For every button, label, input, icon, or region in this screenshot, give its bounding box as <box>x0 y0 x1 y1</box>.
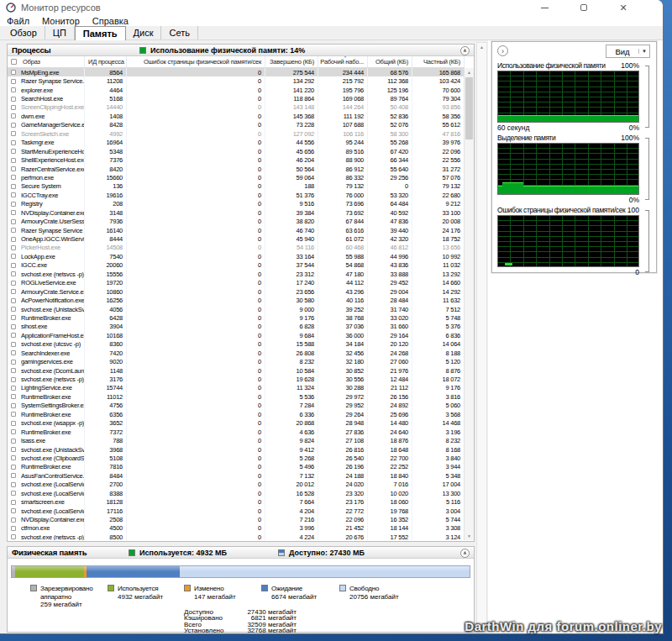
row-checkbox[interactable] <box>11 360 16 365</box>
table-row[interactable]: svchost.exe (DcomLaunch -p)1148010 58430… <box>8 366 465 375</box>
menu-item-Справка[interactable]: Справка <box>92 16 129 26</box>
table-row[interactable]: RazerCentralService.exe8420050 56486 912… <box>8 165 465 173</box>
table-scrollbar[interactable]: ▲ ▼ <box>464 68 474 540</box>
row-checkbox[interactable] <box>11 123 16 128</box>
table-row[interactable]: svchost.exe (LocalServiceNet...2700020 0… <box>8 481 465 489</box>
row-checkbox[interactable] <box>11 508 16 513</box>
row-checkbox[interactable] <box>11 465 16 470</box>
table-row[interactable]: Secure System136018879 132079 132 <box>8 182 465 191</box>
table-row[interactable]: smartscreen.exe1812807 66423 17618 0605 … <box>8 497 465 506</box>
row-checkbox[interactable] <box>11 105 16 110</box>
row-checkbox[interactable] <box>11 307 16 312</box>
row-checkbox[interactable] <box>11 79 16 84</box>
table-row[interactable]: svchost.exe (LocalServiceNo...8388016 52… <box>8 489 465 497</box>
menu-item-Монитор[interactable]: Монитор <box>42 16 80 26</box>
table-row[interactable]: ScreenClippingHost.exe144400143 148144 2… <box>8 103 465 112</box>
row-checkbox[interactable] <box>11 394 16 399</box>
table-row[interactable]: Registry20809 51673 69664 4849 212 <box>8 200 465 208</box>
table-row[interactable]: GameManagerService.exe8428073 228107 688… <box>8 121 465 129</box>
row-checkbox[interactable] <box>11 447 16 452</box>
close-button[interactable]: ✕ <box>617 2 629 13</box>
table-row[interactable]: sihost.exe390406 82837 03631 6605 376 <box>8 323 465 331</box>
table-row[interactable]: ShellExperienceHost.exe7376046 20488 900… <box>8 155 465 164</box>
table-row[interactable]: dwm.exe14080145 368111 19252 83658 356 <box>8 112 465 120</box>
tab-Обзор[interactable]: Обзор <box>3 26 45 39</box>
table-row[interactable]: AcPowerNotification.exe16256030 58040 11… <box>8 296 465 304</box>
column-header-5[interactable]: Рабочий набо...▼ <box>318 56 368 67</box>
tab-ЦП[interactable]: ЦП <box>45 26 75 39</box>
row-checkbox[interactable] <box>11 473 16 478</box>
table-row[interactable]: svchost.exe (UnistackSvcGro...396809 412… <box>8 445 465 454</box>
row-checkbox[interactable] <box>11 70 16 75</box>
row-checkbox[interactable] <box>11 149 16 154</box>
row-checkbox[interactable] <box>11 210 16 215</box>
processes-header[interactable]: Процессы Использование физической памяти… <box>8 45 474 56</box>
column-header-7[interactable]: Частный (КБ) <box>412 56 465 67</box>
menu-item-Файл[interactable]: Файл <box>7 16 29 26</box>
row-checkbox[interactable] <box>11 350 16 355</box>
view-button[interactable]: Вид ▼ <box>606 45 650 58</box>
scroll-down-icon[interactable]: ▼ <box>465 532 474 540</box>
scroll-up-icon[interactable]: ▲ <box>465 68 474 76</box>
table-row[interactable]: svchost.exe (LocalService -p)1711604 204… <box>8 507 465 515</box>
table-row[interactable]: StartMenuExperienceHost.exe5348045 65689… <box>8 147 465 155</box>
row-checkbox[interactable] <box>11 219 16 224</box>
row-checkbox[interactable] <box>11 342 16 347</box>
row-checkbox[interactable] <box>11 386 16 391</box>
row-checkbox[interactable] <box>11 271 16 276</box>
content-scroll-up-icon[interactable]: ▲ <box>477 43 486 51</box>
row-checkbox[interactable] <box>11 166 16 171</box>
table-row[interactable]: LightingService.exe15744011 32430 28821 … <box>8 384 465 392</box>
table-row[interactable]: RuntimeBroker.exe642809 17638 76833 0205… <box>8 313 465 322</box>
table-row[interactable]: PickerHost.exe14508054 11660 46846 81213… <box>8 244 465 252</box>
collapse-processes-button[interactable]: ∧ <box>460 46 470 55</box>
row-checkbox[interactable] <box>11 421 16 426</box>
tab-Память[interactable]: Память <box>75 26 126 40</box>
row-checkbox[interactable] <box>11 534 16 539</box>
table-row[interactable]: IGCC.exe20060037 54454 86843 83611 032 <box>8 261 465 270</box>
physical-memory-header[interactable]: Физическая память Используется: 4932 МБ … <box>8 547 474 559</box>
table-row[interactable]: ArmouryCrate.UserSessionH...7936038 8206… <box>8 217 465 225</box>
row-checkbox[interactable] <box>11 455 16 460</box>
row-checkbox[interactable] <box>11 429 16 434</box>
row-checkbox[interactable] <box>11 254 16 259</box>
table-row[interactable]: RuntimeBroker.exe781605 49626 19622 2523… <box>8 463 465 471</box>
table-row[interactable]: explorer.exe44640141 220195 796125 19670… <box>8 86 465 94</box>
row-checkbox[interactable] <box>11 175 16 180</box>
tab-Диск[interactable]: Диск <box>126 26 162 39</box>
row-checkbox[interactable] <box>11 368 16 373</box>
table-row[interactable]: ArmouryCrate.Service.exe10860023 65643 2… <box>8 287 465 296</box>
table-row[interactable]: svchost.exe (UnistackSvcGro...405609 000… <box>8 305 465 313</box>
row-checkbox[interactable] <box>11 377 16 382</box>
table-row[interactable]: ApplicationFrameHost.exe1016809 68436 00… <box>8 331 465 339</box>
table-row[interactable]: svchost.exe (netsvcs -p)850004 22420 676… <box>8 533 465 540</box>
row-checkbox[interactable] <box>11 315 16 320</box>
table-row[interactable]: svchost.exe (utcsvc -p)8360015 58834 184… <box>8 340 465 349</box>
table-row[interactable]: gamingservices.exe902008 23232 18027 060… <box>8 357 465 365</box>
row-checkbox[interactable] <box>11 482 16 487</box>
expand-panel-button[interactable]: › <box>497 45 508 56</box>
table-row[interactable]: ctfmon.exe450003 99621 45218 1443 308 <box>8 524 465 533</box>
table-row[interactable]: SearchIndexer.exe7420026 80832 45624 268… <box>8 349 465 357</box>
row-checkbox[interactable] <box>11 439 16 444</box>
row-checkbox[interactable] <box>11 97 16 102</box>
table-row[interactable]: MsMpEng.exe85640275 544234 44468 576165 … <box>8 68 465 76</box>
row-checkbox[interactable] <box>11 491 16 496</box>
row-checkbox[interactable] <box>11 237 16 242</box>
table-row[interactable]: Taskmgr.exe16964044 55695 24455 26839 97… <box>8 139 465 147</box>
table-row[interactable]: SearchHost.exe51680118 864169 06889 7647… <box>8 94 465 102</box>
row-checkbox[interactable] <box>11 526 16 531</box>
row-checkbox[interactable] <box>11 87 16 92</box>
row-checkbox[interactable] <box>11 518 16 523</box>
header-checkbox[interactable] <box>11 59 17 65</box>
row-checkbox[interactable] <box>11 281 16 286</box>
column-header-6[interactable]: Общий (КБ) <box>368 56 412 67</box>
table-row[interactable]: LockApp.exe7540033 16455 98844 99610 992 <box>8 252 465 260</box>
table-row[interactable]: lsass.exe78809 82427 10818 8768 232 <box>8 436 465 444</box>
table-row[interactable]: svchost.exe (netsvcs -p)3176019 62830 55… <box>8 375 465 383</box>
table-row[interactable]: ROGLiveService.exe19720017 24044 11229 4… <box>8 279 465 287</box>
table-row[interactable]: RuntimeBroker.exe1101205 53629 97226 156… <box>8 392 465 401</box>
column-header-4[interactable]: Завершено (КБ) <box>265 56 318 67</box>
minimize-button[interactable] <box>538 2 550 13</box>
table-row[interactable]: AsusFanControlService.exe848407 13224 18… <box>8 471 465 480</box>
